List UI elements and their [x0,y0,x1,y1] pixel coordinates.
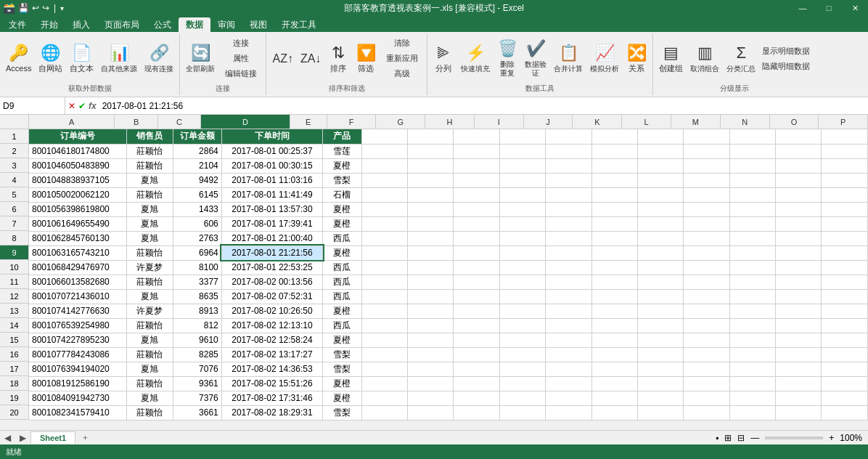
cell-r14-c2[interactable]: 莊颖怡 [126,318,173,333]
cell-r6-c4[interactable]: 2017-08-01 13:57:30 [221,202,322,216]
cell-r13-empty-8[interactable] [729,304,775,318]
cell-r20-empty-6[interactable] [637,405,683,420]
cell-r8-empty-5[interactable] [591,231,637,245]
cell-r9-empty-5[interactable] [591,245,637,260]
cell-r14-empty-7[interactable] [684,318,729,333]
cell-r19-c5[interactable]: 夏橙 [323,391,362,405]
cell-r5-c1[interactable]: 8001050020062120 [29,187,126,202]
cell-r10-empty-7[interactable] [684,260,729,275]
cell-r11-empty-1[interactable] [408,275,454,289]
cell-r20-empty-7[interactable] [684,405,729,420]
cell-r19-empty-2[interactable] [454,391,499,405]
btn-web[interactable]: 🌐 自网站 [36,37,65,81]
row-num-11[interactable]: 11 [0,275,29,289]
cell-r18-empty-10[interactable] [822,376,868,391]
cell-r20-empty-2[interactable] [454,405,499,420]
cell-r2-empty-6[interactable] [637,144,683,158]
btn-flash-fill[interactable]: ⚡ 快速填充 [458,37,493,81]
cell-r11-c4[interactable]: 2017-08-02 00:13:56 [221,275,322,289]
cell-r10-c1[interactable]: 8001068429476970 [29,260,126,275]
cell-r10-c3[interactable]: 8100 [173,260,221,275]
cell-r18-empty-6[interactable] [637,376,683,391]
row-num-3[interactable]: 3 [0,158,29,173]
cell-r15-empty-4[interactable] [546,333,591,347]
col-header-P[interactable]: P [819,115,868,129]
cell-r11-empty-10[interactable] [822,275,868,289]
cell-r7-empty-4[interactable] [546,216,591,231]
cell-r7-empty-1[interactable] [408,216,454,231]
cell-r13-empty-2[interactable] [454,304,499,318]
cell-r7-empty-9[interactable] [776,216,822,231]
cell-r16-empty-5[interactable] [591,347,637,362]
undo-qa-btn[interactable]: ↩ [32,3,39,13]
cell-r15-empty-1[interactable] [408,333,454,347]
cell-r19-empty-6[interactable] [637,391,683,405]
cell-r18-c5[interactable]: 夏橙 [323,376,362,391]
cell-r13-empty-4[interactable] [546,304,591,318]
cell-r11-empty-2[interactable] [454,275,499,289]
cell-r2-empty-7[interactable] [684,144,729,158]
cell-r14-c4[interactable]: 2017-08-02 12:13:10 [221,318,322,333]
btn-sort-az[interactable]: AZ↑ [269,37,295,81]
cell-r8-empty-6[interactable] [637,231,683,245]
cell-r20-empty-0[interactable] [361,405,407,420]
cell-r2-empty-3[interactable] [499,144,545,158]
cell-r17-empty-10[interactable] [822,362,868,376]
header-order-time[interactable]: 下单时间 [221,129,322,144]
qa-dropdown-btn[interactable]: ▾ [60,4,64,12]
cell-r18-empty-2[interactable] [454,376,499,391]
cell-r20-empty-8[interactable] [729,405,775,420]
cell-r13-c3[interactable]: 8913 [173,304,221,318]
cell-r3-c5[interactable]: 夏橙 [323,158,362,173]
cell-r18-empty-1[interactable] [408,376,454,391]
btn-advanced[interactable]: 高级 [380,67,424,81]
cell-r3-empty-6[interactable] [637,158,683,173]
cell-r7-empty-0[interactable] [361,216,407,231]
cell-r10-c2[interactable]: 许夏梦 [126,260,173,275]
cell-r20-empty-4[interactable] [546,405,591,420]
cell-r4-empty-4[interactable] [546,173,591,187]
btn-clear[interactable]: 清除 [380,36,424,51]
cell-r3-empty-4[interactable] [546,158,591,173]
cell-o1[interactable] [776,129,822,144]
cell-r18-empty-0[interactable] [361,376,407,391]
cell-r6-empty-7[interactable] [684,202,729,216]
col-header-E[interactable]: E [290,115,327,129]
cell-r7-empty-8[interactable] [729,216,775,231]
cell-r11-empty-8[interactable] [729,275,775,289]
cell-r16-empty-9[interactable] [776,347,822,362]
cell-r2-empty-5[interactable] [591,144,637,158]
cell-r3-empty-0[interactable] [361,158,407,173]
btn-filter[interactable]: 🔽 筛选 [353,37,379,81]
cell-r18-c2[interactable]: 莊颖怡 [126,376,173,391]
formula-input[interactable]: 2017-08-01 21:21:56 [99,97,868,114]
cell-r8-empty-2[interactable] [454,231,499,245]
cell-n1[interactable] [729,129,775,144]
cell-r7-c1[interactable]: 8001061649655490 [29,216,126,231]
cell-r11-empty-7[interactable] [684,275,729,289]
cell-r13-empty-10[interactable] [822,304,868,318]
cell-r9-empty-4[interactable] [546,245,591,260]
cell-r15-empty-8[interactable] [729,333,775,347]
cell-r17-empty-5[interactable] [591,362,637,376]
cell-r6-empty-2[interactable] [454,202,499,216]
cell-r8-empty-3[interactable] [499,231,545,245]
cell-r4-empty-6[interactable] [637,173,683,187]
cell-r10-empty-2[interactable] [454,260,499,275]
cell-r17-empty-4[interactable] [546,362,591,376]
tab-home[interactable]: 开始 [33,17,65,32]
cell-r8-c2[interactable]: 夏旭 [126,231,173,245]
cell-r7-c4[interactable]: 2017-08-01 17:39:41 [221,216,322,231]
close-btn[interactable]: ✕ [842,0,868,16]
cell-r11-c2[interactable]: 莊颖怡 [126,275,173,289]
btn-relations[interactable]: 🔀 关系 [623,37,650,81]
cell-r2-empty-9[interactable] [776,144,822,158]
cell-h1[interactable] [454,129,499,144]
col-header-O[interactable]: O [770,115,819,129]
cell-r2-c2[interactable]: 莊颖怡 [126,144,173,158]
cell-r10-empty-9[interactable] [776,260,822,275]
row-num-4[interactable]: 4 [0,173,29,187]
cell-r7-empty-5[interactable] [591,216,637,231]
cell-r3-c4[interactable]: 2017-08-01 00:30:15 [221,158,322,173]
cell-r7-empty-2[interactable] [454,216,499,231]
